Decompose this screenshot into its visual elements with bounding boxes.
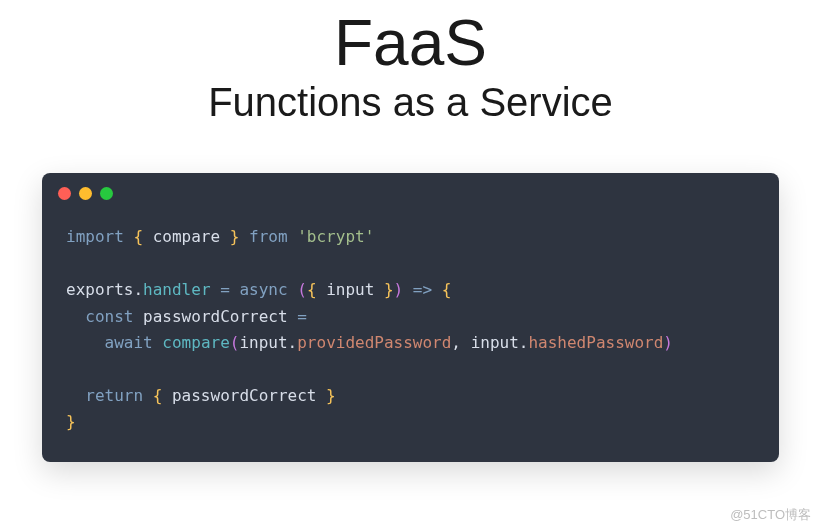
code-token: } bbox=[66, 412, 76, 431]
code-token: ( bbox=[230, 333, 240, 352]
code-token bbox=[66, 386, 85, 405]
code-token: import bbox=[66, 227, 124, 246]
watermark: @51CTO博客 bbox=[730, 506, 811, 524]
code-token bbox=[143, 386, 153, 405]
maximize-icon bbox=[100, 187, 113, 200]
code-token: ) bbox=[663, 333, 673, 352]
code-token: from bbox=[249, 227, 288, 246]
code-window: import { compare } from 'bcrypt' exports… bbox=[42, 173, 779, 461]
code-token: { bbox=[442, 280, 452, 299]
code-token: } bbox=[220, 227, 249, 246]
code-token: 'bcrypt' bbox=[297, 227, 374, 246]
code-token bbox=[133, 307, 143, 326]
minimize-icon bbox=[79, 187, 92, 200]
code-token: . bbox=[519, 333, 529, 352]
code-token: providedPassword bbox=[297, 333, 451, 352]
code-token: { bbox=[307, 280, 326, 299]
code-token: handler bbox=[143, 280, 210, 299]
code-token bbox=[461, 333, 471, 352]
code-token bbox=[66, 333, 105, 352]
code-token: } bbox=[374, 280, 393, 299]
code-token: } bbox=[316, 386, 335, 405]
code-token: passwordCorrect bbox=[143, 307, 288, 326]
code-token: compare bbox=[153, 227, 220, 246]
code-token bbox=[288, 307, 298, 326]
code-token: const bbox=[85, 307, 133, 326]
code-token bbox=[403, 280, 413, 299]
code-token: . bbox=[133, 280, 143, 299]
code-token: . bbox=[288, 333, 298, 352]
code-token: , bbox=[451, 333, 461, 352]
code-token: return bbox=[85, 386, 143, 405]
code-token: { bbox=[124, 227, 153, 246]
code-token: ( bbox=[288, 280, 307, 299]
code-token: input bbox=[239, 333, 287, 352]
code-token bbox=[66, 307, 85, 326]
window-titlebar bbox=[42, 173, 779, 210]
code-token: input bbox=[326, 280, 374, 299]
code-token: { bbox=[153, 386, 172, 405]
code-token: await bbox=[105, 333, 153, 352]
code-token: hashedPassword bbox=[528, 333, 663, 352]
code-token: ) bbox=[394, 280, 404, 299]
code-token bbox=[153, 333, 163, 352]
code-token bbox=[230, 280, 240, 299]
close-icon bbox=[58, 187, 71, 200]
code-token: async bbox=[239, 280, 287, 299]
code-token bbox=[432, 280, 442, 299]
code-token bbox=[288, 227, 298, 246]
code-token: input bbox=[471, 333, 519, 352]
code-token: = bbox=[297, 307, 307, 326]
slide-title: FaaS bbox=[0, 8, 821, 78]
code-body: import { compare } from 'bcrypt' exports… bbox=[42, 210, 779, 461]
code-token: = bbox=[220, 280, 230, 299]
code-token: exports bbox=[66, 280, 133, 299]
code-token: passwordCorrect bbox=[172, 386, 317, 405]
code-token: compare bbox=[162, 333, 229, 352]
code-token: => bbox=[413, 280, 432, 299]
slide-header: FaaS Functions as a Service bbox=[0, 0, 821, 125]
code-token bbox=[211, 280, 221, 299]
slide-subtitle: Functions as a Service bbox=[0, 80, 821, 125]
